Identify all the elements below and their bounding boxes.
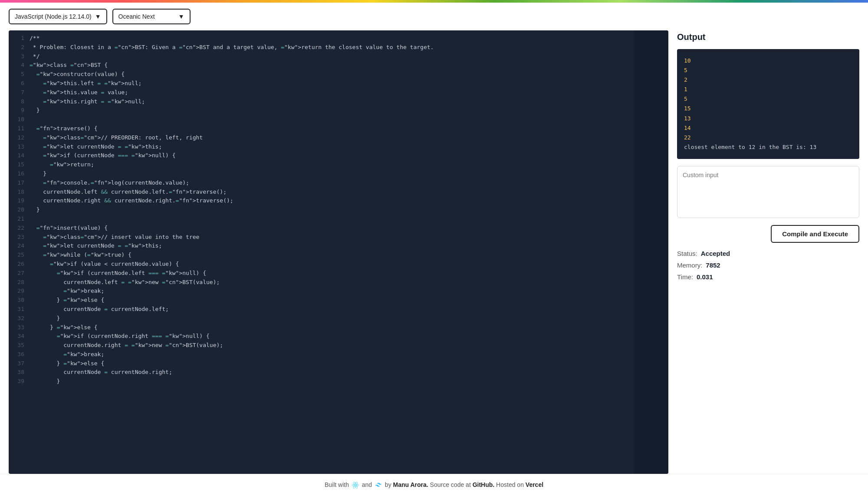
footer-github[interactable]: GitHub. [473, 481, 495, 488]
output-title: Output [677, 30, 859, 42]
code-line [30, 215, 663, 224]
line-number: 19 [12, 196, 24, 205]
code-line: } [30, 314, 663, 323]
line-number: 24 [12, 241, 24, 251]
output-line: 14 [684, 123, 852, 133]
footer-source: Source code at [430, 481, 473, 488]
memory-row: Memory: 7852 [677, 261, 859, 269]
line-number: 33 [12, 323, 24, 332]
code-line: ="kw">constructor(value) { [30, 70, 663, 79]
code-line: ="kw">let currentNode = ="kw">this; [30, 241, 663, 251]
code-line: currentNode.right = ="kw">new ="cn">BST(… [30, 341, 663, 350]
code-line: currentNode.right && currentNode.right.=… [30, 196, 663, 205]
code-line: } [30, 169, 663, 179]
code-line: ="kw">if (currentNode.left === ="kw">nul… [30, 269, 663, 278]
code-line [30, 115, 663, 124]
line-number: 6 [12, 79, 24, 88]
line-number: 18 [12, 188, 24, 197]
time-row: Time: 0.031 [677, 273, 859, 281]
status-section: Status: Accepted Memory: 7852 Time: 0.03… [677, 250, 859, 281]
line-number: 27 [12, 269, 24, 278]
footer-author[interactable]: Manu Arora. [393, 481, 428, 488]
time-value: 0.031 [697, 273, 713, 281]
tailwind-icon [375, 481, 382, 489]
line-number: 29 [12, 287, 24, 296]
code-line: currentNode.left && currentNode.left.="f… [30, 188, 663, 197]
status-value: Accepted [701, 250, 730, 257]
code-line: currentNode = currentNode.right; [30, 368, 663, 377]
custom-input[interactable] [677, 166, 859, 218]
language-selector[interactable]: JavaScript (Node.js 12.14.0) ▼ [9, 9, 107, 24]
footer-vercel[interactable]: Vercel [526, 481, 543, 488]
code-line: } [30, 106, 663, 115]
line-number: 21 [12, 215, 24, 224]
code-line: */ [30, 52, 663, 61]
code-line: currentNode = currentNode.left; [30, 305, 663, 314]
line-number: 2 [12, 43, 24, 52]
code-line: ="kw">this.right = ="kw">null; [30, 97, 663, 106]
line-number: 10 [12, 115, 24, 124]
line-number: 35 [12, 341, 24, 350]
output-box: 10521515131422closest element to 12 in t… [677, 49, 859, 159]
footer-by: by [385, 481, 393, 488]
output-line: 2 [684, 75, 852, 85]
react-icon [352, 481, 359, 489]
footer-hosted: Hosted on [496, 481, 526, 488]
code-editor[interactable]: 1234567891011121314151617181920212223242… [9, 30, 668, 474]
line-number: 5 [12, 70, 24, 79]
line-number: 31 [12, 305, 24, 314]
code-line: } [30, 377, 663, 386]
toolbar: JavaScript (Node.js 12.14.0) ▼ Oceanic N… [0, 3, 868, 30]
code-line: /** [30, 34, 663, 43]
line-number: 36 [12, 350, 24, 359]
line-number: 37 [12, 359, 24, 368]
memory-label: Memory: [677, 261, 702, 269]
code-line: currentNode.left = ="kw">new ="cn">BST(v… [30, 278, 663, 287]
footer-built-with: Built with [325, 481, 349, 488]
line-number: 13 [12, 142, 24, 152]
code-line: ="kw">if (currentNode.right === ="kw">nu… [30, 332, 663, 341]
code-line: ="kw">break; [30, 350, 663, 359]
main-content: 1234567891011121314151617181920212223242… [0, 30, 868, 474]
line-number: 14 [12, 151, 24, 160]
line-number: 38 [12, 368, 24, 377]
line-number: 32 [12, 314, 24, 323]
theme-label: Oceanic Next [118, 13, 155, 20]
line-number: 16 [12, 169, 24, 179]
output-line: 5 [684, 66, 852, 75]
memory-value: 7852 [706, 261, 720, 269]
output-line: 10 [684, 56, 852, 66]
line-number: 26 [12, 260, 24, 269]
footer-and: and [362, 481, 372, 488]
right-panel: Output 10521515131422closest element to … [677, 30, 859, 474]
code-line: ="kw">this.value = value; [30, 88, 663, 97]
line-number: 28 [12, 278, 24, 287]
line-number: 30 [12, 296, 24, 305]
code-content[interactable]: /** * Problem: Closest in a ="cn">BST: G… [30, 30, 668, 474]
line-number: 34 [12, 332, 24, 341]
output-line: 5 [684, 94, 852, 104]
code-line: ="kw">class="cm">// insert value into th… [30, 233, 663, 242]
code-line: } ="kw">else { [30, 323, 663, 332]
line-number: 4 [12, 61, 24, 70]
line-number: 8 [12, 97, 24, 106]
line-number: 17 [12, 179, 24, 188]
code-line: ="kw">class ="cn">BST { [30, 61, 663, 70]
line-number: 1 [12, 34, 24, 43]
code-line: ="kw">let currentNode = ="kw">this; [30, 142, 663, 152]
line-number: 39 [12, 377, 24, 386]
code-line: ="kw">this.left = ="kw">null; [30, 79, 663, 88]
output-line: 13 [684, 114, 852, 123]
code-line: ="kw">break; [30, 287, 663, 296]
code-line: ="kw">return; [30, 160, 663, 169]
line-number: 15 [12, 160, 24, 169]
code-line: } [30, 205, 663, 215]
time-label: Time: [677, 273, 693, 281]
line-number: 20 [12, 205, 24, 215]
line-number: 7 [12, 88, 24, 97]
theme-selector[interactable]: Oceanic Next ▼ [112, 9, 191, 24]
svg-point-0 [355, 484, 356, 486]
compile-button[interactable]: Compile and Execute [771, 225, 859, 243]
line-number: 12 [12, 133, 24, 142]
footer: Built with and by Manu Arora. Source cod… [0, 474, 868, 496]
